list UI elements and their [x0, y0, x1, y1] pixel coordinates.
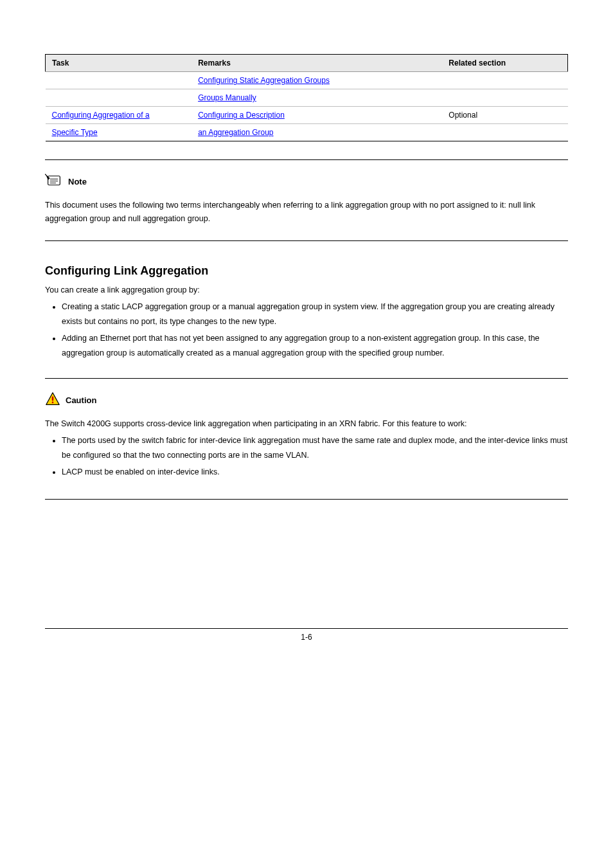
- task-table: Task Remarks Related section Configuring…: [45, 54, 568, 141]
- section-bullets: Creating a static LACP aggregation group…: [45, 300, 568, 360]
- cell-section: [442, 89, 567, 107]
- list-item: Adding an Ethernet port that has not yet…: [62, 331, 568, 360]
- svg-rect-5: [52, 397, 54, 401]
- page-footer: 1-6: [45, 628, 568, 642]
- table-row: Groups Manually: [46, 89, 568, 107]
- cell-remarks: Configuring a Description: [191, 107, 442, 124]
- link-specific-type[interactable]: Specific Type: [52, 128, 98, 137]
- cell-remarks: Groups Manually: [191, 89, 442, 107]
- link-groups-manually[interactable]: Groups Manually: [198, 93, 256, 102]
- th-section: Related section: [442, 55, 567, 72]
- note-callout: Note This document uses the following tw…: [45, 159, 568, 241]
- th-remarks: Remarks: [191, 55, 442, 72]
- cell-section: [442, 124, 567, 141]
- svg-rect-0: [48, 176, 60, 185]
- note-icon: [45, 173, 63, 190]
- svg-point-6: [52, 402, 54, 404]
- caution-header: Caution: [45, 392, 568, 408]
- th-task: Task: [46, 55, 192, 72]
- table-row: Configuring Aggregation of a Configuring…: [46, 107, 568, 124]
- caution-body: The Switch 4200G supports cross-device l…: [45, 417, 568, 431]
- cell-task: [46, 89, 192, 107]
- cell-task: Configuring Aggregation of a: [46, 107, 192, 124]
- link-config-description[interactable]: Configuring a Description: [198, 111, 285, 120]
- cell-section: Optional: [442, 107, 567, 124]
- caution-callout: Caution The Switch 4200G supports cross-…: [45, 378, 568, 500]
- note-body: This document uses the following two ter…: [45, 199, 568, 226]
- note-header: Note: [45, 173, 568, 190]
- table-row: Specific Type an Aggregation Group: [46, 124, 568, 141]
- svg-line-4: [45, 174, 48, 177]
- note-label: Note: [68, 177, 87, 186]
- link-config-static-agg[interactable]: Configuring Static Aggregation Groups: [198, 76, 330, 85]
- table-row: Configuring Static Aggregation Groups: [46, 72, 568, 89]
- cell-task: Specific Type: [46, 124, 192, 141]
- list-item: LACP must be enabled on inter-device lin…: [62, 465, 568, 480]
- section-p1: You can create a link aggregation group …: [45, 283, 568, 298]
- section-heading: Configuring Link Aggregation: [45, 264, 568, 278]
- list-item: Creating a static LACP aggregation group…: [62, 300, 568, 329]
- list-item: The ports used by the switch fabric for …: [62, 433, 568, 462]
- cell-remarks: Configuring Static Aggregation Groups: [191, 72, 442, 89]
- link-config-agg-of-a[interactable]: Configuring Aggregation of a: [52, 111, 150, 120]
- cell-remarks: an Aggregation Group: [191, 124, 442, 141]
- caution-label: Caution: [66, 395, 96, 405]
- cell-section: [442, 72, 567, 89]
- caution-icon: [45, 392, 60, 408]
- caution-bullets: The ports used by the switch fabric for …: [45, 433, 568, 480]
- link-an-aggregation-group[interactable]: an Aggregation Group: [198, 128, 273, 137]
- cell-task: [46, 72, 192, 89]
- page-number: 1-6: [301, 633, 312, 642]
